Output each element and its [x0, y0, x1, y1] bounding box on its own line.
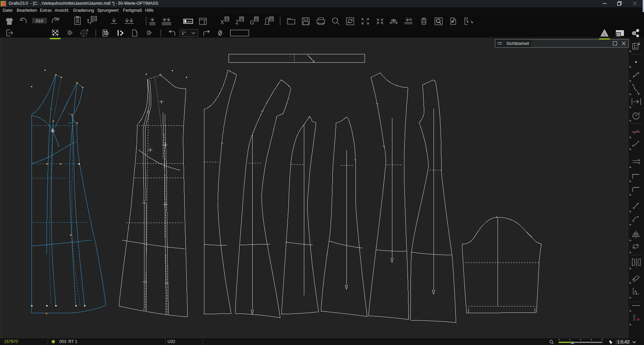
- svg-text:Z: Z: [236, 19, 239, 25]
- svg-text:X: X: [220, 19, 224, 25]
- svg-text:G: G: [250, 20, 254, 25]
- svg-text:Sichtbarkeit: Sichtbarkeit: [506, 41, 529, 46]
- svg-text:1°: 1°: [182, 31, 186, 36]
- svg-text:157970: 157970: [4, 339, 18, 344]
- svg-text:010: 010: [36, 18, 43, 23]
- svg-text:1:5.42: 1:5.42: [617, 339, 629, 344]
- svg-text:003: 003: [59, 339, 66, 344]
- svg-text:U32: U32: [168, 339, 175, 344]
- svg-text:RT 1: RT 1: [68, 339, 77, 344]
